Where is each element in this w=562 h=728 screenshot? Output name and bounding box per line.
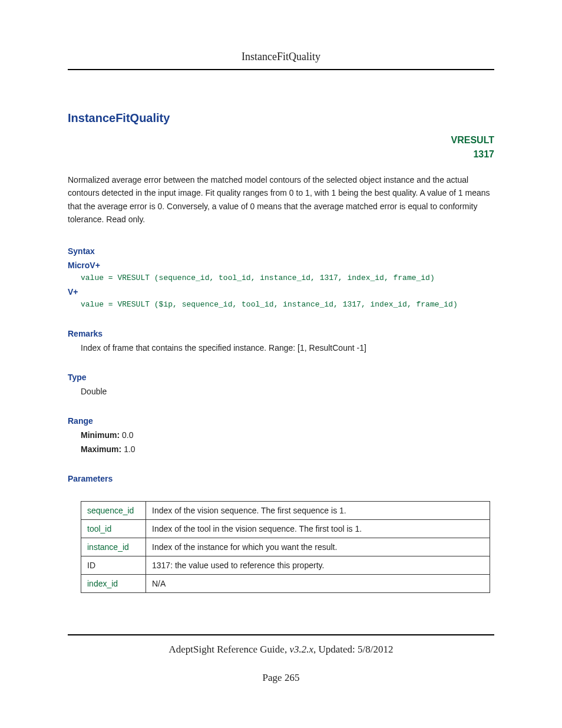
table-row: index_id N/A bbox=[81, 574, 490, 592]
parameters-table: sequence_id Index of the vision sequence… bbox=[81, 501, 490, 593]
parameters-heading: Parameters bbox=[68, 474, 494, 483]
table-row: instance_id Index of the instance for wh… bbox=[81, 538, 490, 556]
vresult-badge: VRESULT 1317 bbox=[68, 133, 494, 162]
footer-version: v3.2.x bbox=[289, 644, 313, 655]
remarks-text: Index of frame that contains the specifi… bbox=[81, 343, 494, 353]
table-row: tool_id Index of the tool in the vision … bbox=[81, 519, 490, 538]
running-head: InstanceFitQuality bbox=[68, 51, 494, 70]
footer: AdeptSight Reference Guide, v3.2.x, Upda… bbox=[68, 634, 494, 684]
range-max-value: 1.0 bbox=[124, 444, 135, 454]
range-min: Minimum: 0.0 bbox=[81, 430, 494, 440]
param-desc: Index of the vision sequence. The first … bbox=[146, 501, 490, 519]
range-min-value: 0.0 bbox=[122, 430, 133, 440]
range-max: Maximum: 1.0 bbox=[81, 444, 494, 454]
param-name: sequence_id bbox=[81, 501, 146, 519]
range-max-label: Maximum: bbox=[81, 444, 121, 454]
syntax-heading: Syntax bbox=[68, 246, 494, 256]
syntax-microv-label: MicroV+ bbox=[68, 261, 494, 270]
syntax-microv-code: value = VRESULT (sequence_id, tool_id, i… bbox=[81, 274, 494, 282]
range-heading: Range bbox=[68, 416, 494, 426]
syntax-vplus-code: value = VRESULT ($ip, sequence_id, tool_… bbox=[81, 300, 494, 309]
range-min-label: Minimum: bbox=[81, 430, 120, 440]
table-row: ID 1317: the value used to reference thi… bbox=[81, 556, 490, 574]
footer-updated: 5/8/2012 bbox=[358, 644, 393, 655]
page-number: Page 265 bbox=[68, 672, 494, 684]
type-heading: Type bbox=[68, 373, 494, 382]
type-value: Double bbox=[81, 387, 494, 396]
description-text: Normalized average error between the mat… bbox=[68, 173, 494, 226]
syntax-vplus-label: V+ bbox=[68, 287, 494, 297]
param-desc: Index of the instance for which you want… bbox=[146, 538, 490, 556]
param-name: ID bbox=[81, 556, 146, 574]
page-container: InstanceFitQuality InstanceFitQuality VR… bbox=[0, 0, 562, 707]
footer-guide: AdeptSight Reference Guide bbox=[168, 644, 284, 655]
param-desc: N/A bbox=[146, 574, 490, 592]
footer-updated-prefix: , Updated: bbox=[313, 644, 358, 655]
vresult-label: VRESULT bbox=[68, 133, 494, 147]
page-title: InstanceFitQuality bbox=[68, 111, 170, 125]
vresult-code: 1317 bbox=[68, 147, 494, 162]
remarks-heading: Remarks bbox=[68, 329, 494, 338]
param-name: index_id bbox=[81, 574, 146, 592]
footer-text: AdeptSight Reference Guide, v3.2.x, Upda… bbox=[68, 644, 494, 655]
param-desc: Index of the tool in the vision sequence… bbox=[146, 519, 490, 538]
table-row: sequence_id Index of the vision sequence… bbox=[81, 501, 490, 519]
title-row: InstanceFitQuality bbox=[68, 111, 494, 125]
param-name: instance_id bbox=[81, 538, 146, 556]
param-name: tool_id bbox=[81, 519, 146, 538]
param-desc: 1317: the value used to reference this p… bbox=[146, 556, 490, 574]
